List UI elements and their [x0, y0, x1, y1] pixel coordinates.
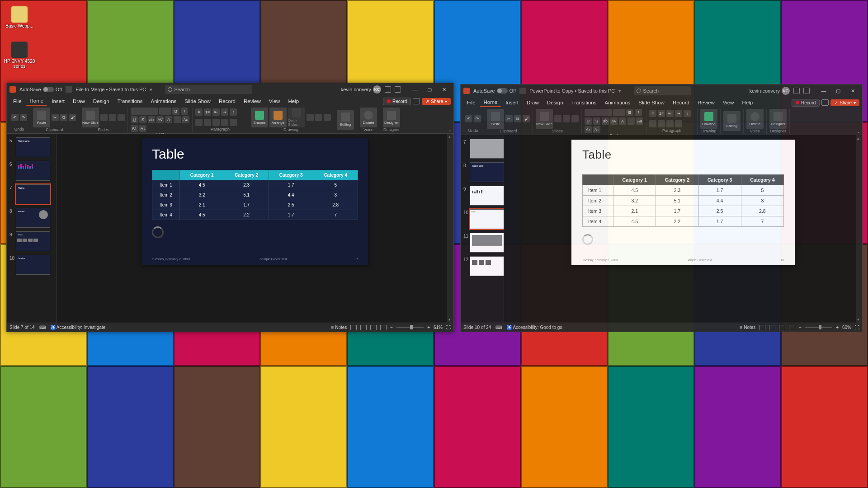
align-center-icon[interactable]: [658, 120, 665, 127]
save-icon[interactable]: [66, 86, 72, 93]
scrollbar[interactable]: [856, 135, 862, 323]
slide-title[interactable]: Table: [582, 148, 784, 162]
reset-icon[interactable]: [109, 114, 116, 121]
autosave-toggle[interactable]: AutoSave Off: [19, 87, 62, 92]
thumb-8[interactable]: 8text text: [16, 208, 53, 228]
copy-icon[interactable]: ⧉: [514, 115, 521, 122]
undo-icon[interactable]: ↶: [11, 114, 19, 121]
fit-icon[interactable]: ⛶: [446, 325, 451, 330]
share-button[interactable]: ↗Share▾: [422, 98, 451, 105]
bullets-icon[interactable]: ≡: [649, 110, 656, 117]
thumb-12[interactable]: 12: [470, 256, 501, 276]
font-family[interactable]: [585, 109, 612, 116]
slide-thumbnails[interactable]: 7 8Topic one 9 10Table 11 12: [461, 135, 504, 323]
paste-button[interactable]: Paste: [487, 109, 504, 129]
align-center-icon[interactable]: [204, 119, 211, 126]
table-row[interactable]: Item 44.52.21.77: [583, 216, 784, 227]
menu-animations[interactable]: Animations: [147, 97, 180, 105]
table-row[interactable]: Item 14.52.31.75: [583, 185, 784, 196]
menu-view[interactable]: View: [265, 97, 284, 105]
format-painter-icon[interactable]: 🖌: [69, 114, 76, 121]
fit-icon[interactable]: ⛶: [855, 325, 859, 330]
align-right-icon[interactable]: [666, 120, 674, 127]
maximize-button[interactable]: ▢: [423, 85, 436, 94]
close-button[interactable]: ✕: [437, 85, 451, 94]
diamond-icon[interactable]: [385, 86, 391, 93]
minimize-button[interactable]: —: [408, 85, 422, 94]
highlight-icon[interactable]: [627, 117, 635, 125]
thumb-7[interactable]: 7: [470, 139, 501, 159]
sorter-view-icon[interactable]: [360, 325, 367, 330]
paste-button[interactable]: Paste: [33, 108, 50, 127]
menu-record[interactable]: Record: [215, 97, 239, 105]
desktop-icon-printer[interactable]: HP ENVY 4520 series: [4, 42, 35, 69]
zoom-out-icon[interactable]: −: [390, 325, 393, 330]
grow-icon[interactable]: A↑: [585, 126, 592, 133]
thumb-5[interactable]: 5Topic one: [16, 137, 53, 157]
thumb-7[interactable]: 7Table: [16, 184, 53, 204]
menu-review[interactable]: Review: [694, 99, 718, 107]
menu-draw[interactable]: Draw: [523, 99, 542, 107]
justify-icon[interactable]: [675, 120, 682, 127]
cut-icon[interactable]: ✂: [505, 115, 513, 122]
redo-icon[interactable]: ↷: [474, 115, 481, 122]
spacing-icon[interactable]: AV: [156, 116, 164, 123]
scrollbar[interactable]: [447, 134, 453, 323]
slide-table[interactable]: Category 1Category 2Category 3Category 4…: [152, 170, 358, 220]
zoom-out-icon[interactable]: −: [799, 325, 802, 330]
diamond-icon[interactable]: [793, 88, 800, 94]
font-color-icon[interactable]: A: [619, 117, 626, 125]
thumb-10[interactable]: 10Table: [470, 209, 501, 229]
strike-icon[interactable]: S: [593, 117, 600, 125]
table-row[interactable]: Item 32.11.72.52.8: [152, 200, 358, 210]
save-icon[interactable]: [519, 88, 526, 94]
shrink-icon[interactable]: A↓: [593, 126, 600, 133]
redo-icon[interactable]: ↷: [20, 114, 27, 121]
menu-help[interactable]: Help: [284, 97, 302, 105]
slide-indicator[interactable]: Slide 7 of 14: [9, 325, 35, 330]
language-icon[interactable]: ⌨: [495, 325, 502, 330]
grow-icon[interactable]: A↑: [131, 125, 138, 132]
accessibility-status[interactable]: ♿ Accessibility: Investigate: [50, 325, 106, 330]
chevron-down-icon[interactable]: ▾: [618, 88, 621, 94]
notes-button[interactable]: ≡ Notes: [331, 325, 347, 330]
menu-home[interactable]: Home: [26, 97, 47, 106]
new-slide-button[interactable]: New Slide: [82, 108, 99, 127]
table-row[interactable]: Item 23.25.14.43: [152, 190, 358, 200]
minimize-button[interactable]: —: [817, 86, 830, 95]
section-icon[interactable]: [571, 115, 579, 122]
slide-editor[interactable]: Table Category 1Category 2Category 3Cate…: [57, 134, 453, 323]
bold-icon[interactable]: B: [172, 108, 179, 115]
menu-design[interactable]: Design: [90, 97, 113, 105]
collapse-ribbon-icon[interactable]: ⌄: [448, 127, 452, 132]
close-button[interactable]: ✕: [846, 86, 859, 95]
normal-view-icon[interactable]: [350, 325, 357, 330]
menu-transitions[interactable]: Transitions: [114, 97, 146, 105]
indent-dec-icon[interactable]: ⇤: [212, 108, 220, 116]
menu-animations[interactable]: Animations: [601, 99, 634, 107]
strike-icon[interactable]: S: [139, 116, 146, 123]
menu-transitions[interactable]: Transitions: [568, 99, 600, 107]
menu-slideshow[interactable]: Slide Show: [181, 97, 214, 105]
numbering-icon[interactable]: 1≡: [204, 108, 211, 116]
dictate-button[interactable]: Dictate: [360, 108, 377, 127]
zoom-slider[interactable]: [805, 327, 832, 328]
italic-icon[interactable]: I: [635, 109, 642, 116]
indent-inc-icon[interactable]: ⇥: [221, 108, 228, 116]
slide-canvas[interactable]: Table Category 1Category 2Category 3Cate…: [142, 138, 368, 265]
quick-styles-button[interactable]: Quick Styles: [288, 108, 305, 127]
align-right-icon[interactable]: [212, 119, 220, 126]
dictate-button[interactable]: Dictate: [746, 109, 764, 129]
shapes-button[interactable]: Shapes: [251, 108, 268, 127]
desktop-icon-webp[interactable]: Basic Webp...: [4, 6, 35, 28]
collapse-ribbon-icon[interactable]: ⌄: [857, 129, 860, 134]
menu-view[interactable]: View: [719, 99, 738, 107]
account-button[interactable]: kevin convery KC: [341, 85, 381, 94]
font-size[interactable]: [159, 108, 171, 115]
slide-table[interactable]: Category 1Category 2Category 3Category 4…: [582, 174, 784, 227]
italic-icon[interactable]: I: [181, 108, 188, 115]
document-title[interactable]: PowerPoint to Copy • Saved to this PC: [529, 88, 615, 94]
font-color-icon[interactable]: A: [165, 116, 172, 123]
shrink-icon[interactable]: A↓: [139, 125, 146, 132]
menu-file[interactable]: File: [463, 99, 479, 107]
